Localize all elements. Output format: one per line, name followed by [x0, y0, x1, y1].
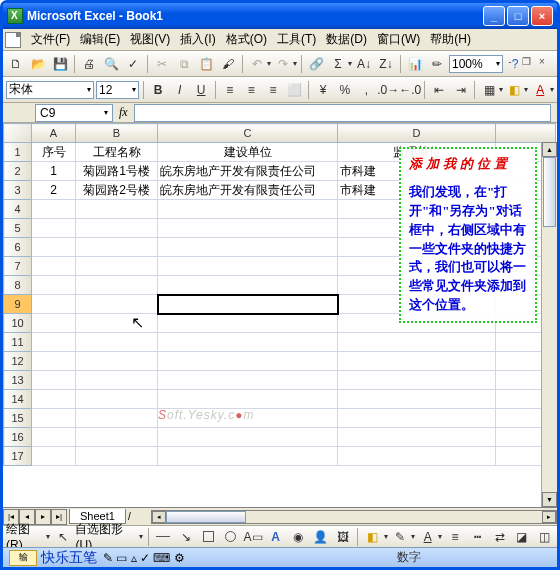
- row-header[interactable]: 15: [4, 409, 32, 428]
- col-header-b[interactable]: B: [76, 124, 158, 143]
- menu-format[interactable]: 格式(O): [222, 29, 271, 50]
- cell[interactable]: 皖东房地产开发有限责任公司: [158, 181, 338, 200]
- select-objects-button[interactable]: ↖: [53, 527, 72, 547]
- merge-button[interactable]: ⬜: [285, 80, 305, 100]
- row-header[interactable]: 8: [4, 276, 32, 295]
- comma-button[interactable]: ,: [357, 80, 377, 100]
- cell[interactable]: 序号: [32, 143, 76, 162]
- align-center-button[interactable]: ≡: [242, 80, 262, 100]
- line-tool[interactable]: [154, 527, 173, 547]
- menu-view[interactable]: 视图(V): [126, 29, 174, 50]
- mdi-restore[interactable]: ❐: [519, 55, 533, 67]
- vertical-scrollbar[interactable]: ▲ ▼: [541, 142, 557, 507]
- save-button[interactable]: 💾: [50, 54, 70, 74]
- font-combo[interactable]: 宋体▾: [6, 81, 94, 99]
- close-button[interactable]: ×: [531, 6, 553, 26]
- currency-button[interactable]: ¥: [313, 80, 333, 100]
- font-color-tool[interactable]: A: [418, 527, 437, 547]
- borders-button[interactable]: ▦: [479, 80, 499, 100]
- preview-button[interactable]: 🔍: [101, 54, 121, 74]
- diagram-tool[interactable]: ◉: [288, 527, 307, 547]
- arrow-tool[interactable]: ↘: [176, 527, 195, 547]
- menu-insert[interactable]: 插入(I): [176, 29, 219, 50]
- row-header[interactable]: 16: [4, 428, 32, 447]
- scroll-left-button[interactable]: ◂: [152, 511, 166, 523]
- row-header[interactable]: 5: [4, 219, 32, 238]
- redo-button[interactable]: ↷: [273, 54, 293, 74]
- col-header-d[interactable]: D: [338, 124, 496, 143]
- select-all-corner[interactable]: [4, 124, 32, 143]
- row-header[interactable]: 6: [4, 238, 32, 257]
- scroll-thumb[interactable]: [543, 157, 556, 227]
- cell[interactable]: 菊园路1号楼: [76, 162, 158, 181]
- fx-button[interactable]: fx: [119, 105, 128, 120]
- chart-button[interactable]: 📊: [405, 54, 425, 74]
- cell[interactable]: 2: [32, 181, 76, 200]
- cell[interactable]: 菊园路2号楼: [76, 181, 158, 200]
- formula-input[interactable]: [134, 104, 551, 122]
- document-icon[interactable]: [5, 32, 21, 48]
- row-header[interactable]: 2: [4, 162, 32, 181]
- row-header[interactable]: 12: [4, 352, 32, 371]
- align-left-button[interactable]: ≡: [220, 80, 240, 100]
- font-color-button[interactable]: A: [530, 80, 550, 100]
- hscroll-thumb[interactable]: [166, 511, 246, 523]
- horizontal-scrollbar[interactable]: ◂ ▸: [151, 510, 557, 524]
- hyperlink-button[interactable]: 🔗: [306, 54, 326, 74]
- maximize-button[interactable]: □: [507, 6, 529, 26]
- minimize-button[interactable]: _: [483, 6, 505, 26]
- picture-tool[interactable]: 🖼: [333, 527, 352, 547]
- menu-window[interactable]: 窗口(W): [373, 29, 424, 50]
- sort-asc-button[interactable]: A↓: [354, 54, 374, 74]
- dec-decimal-button[interactable]: ←.0: [400, 80, 420, 100]
- ime-icon[interactable]: 输: [9, 550, 37, 566]
- spell-button[interactable]: ✓: [123, 54, 143, 74]
- dec-indent-button[interactable]: ⇤: [429, 80, 449, 100]
- paste-button[interactable]: 📋: [196, 54, 216, 74]
- scroll-up-button[interactable]: ▲: [542, 142, 557, 157]
- line-color-tool[interactable]: ✎: [391, 527, 410, 547]
- row-header[interactable]: 11: [4, 333, 32, 352]
- row-header[interactable]: 17: [4, 447, 32, 466]
- inc-decimal-button[interactable]: .0→: [378, 80, 398, 100]
- row-header[interactable]: 14: [4, 390, 32, 409]
- line-style-tool[interactable]: ≡: [445, 527, 464, 547]
- row-header[interactable]: 10: [4, 314, 32, 333]
- size-combo[interactable]: 12▾: [96, 81, 139, 99]
- col-header-a[interactable]: A: [32, 124, 76, 143]
- fill-color-button[interactable]: ◧: [505, 80, 525, 100]
- arrow-style-tool[interactable]: ⇄: [490, 527, 509, 547]
- underline-button[interactable]: U: [191, 80, 211, 100]
- inc-indent-button[interactable]: ⇥: [451, 80, 471, 100]
- worksheet-area[interactable]: A B C D 1 序号 工程名称 建设单位 监理单位 2 1 菊园路1号楼 皖…: [3, 123, 557, 507]
- menu-data[interactable]: 数据(D): [322, 29, 371, 50]
- undo-button[interactable]: ↶: [247, 54, 267, 74]
- row-header[interactable]: 1: [4, 143, 32, 162]
- row-header[interactable]: 3: [4, 181, 32, 200]
- menu-file[interactable]: 文件(F): [27, 29, 74, 50]
- row-header[interactable]: 7: [4, 257, 32, 276]
- cell[interactable]: 1: [32, 162, 76, 181]
- shadow-tool[interactable]: ◪: [512, 527, 531, 547]
- copy-button[interactable]: ⧉: [174, 54, 194, 74]
- tab-last-button[interactable]: ▸|: [51, 509, 67, 525]
- menu-tools[interactable]: 工具(T): [273, 29, 320, 50]
- dash-style-tool[interactable]: ┅: [468, 527, 487, 547]
- row-header[interactable]: 13: [4, 371, 32, 390]
- new-button[interactable]: 🗋: [6, 54, 26, 74]
- fill-color-tool[interactable]: ◧: [363, 527, 382, 547]
- align-right-button[interactable]: ≡: [263, 80, 283, 100]
- active-cell[interactable]: [158, 295, 338, 314]
- print-button[interactable]: 🖨: [79, 54, 99, 74]
- textbox-tool[interactable]: A▭: [243, 527, 263, 547]
- name-box[interactable]: C9▾: [35, 104, 113, 122]
- menu-edit[interactable]: 编辑(E): [76, 29, 124, 50]
- rect-tool[interactable]: [198, 527, 217, 547]
- percent-button[interactable]: %: [335, 80, 355, 100]
- col-header-e[interactable]: [496, 124, 556, 143]
- oval-tool[interactable]: [221, 527, 240, 547]
- mdi-minimize[interactable]: -: [503, 55, 517, 67]
- col-header-c[interactable]: C: [158, 124, 338, 143]
- mdi-close[interactable]: ×: [535, 55, 549, 67]
- wordart-tool[interactable]: A: [266, 527, 285, 547]
